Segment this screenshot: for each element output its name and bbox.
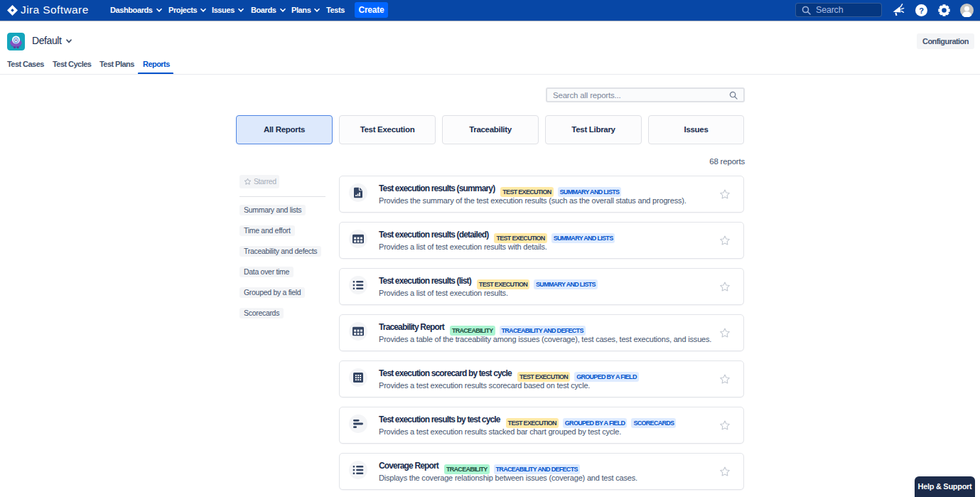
svg-text:?: ?: [919, 6, 924, 15]
